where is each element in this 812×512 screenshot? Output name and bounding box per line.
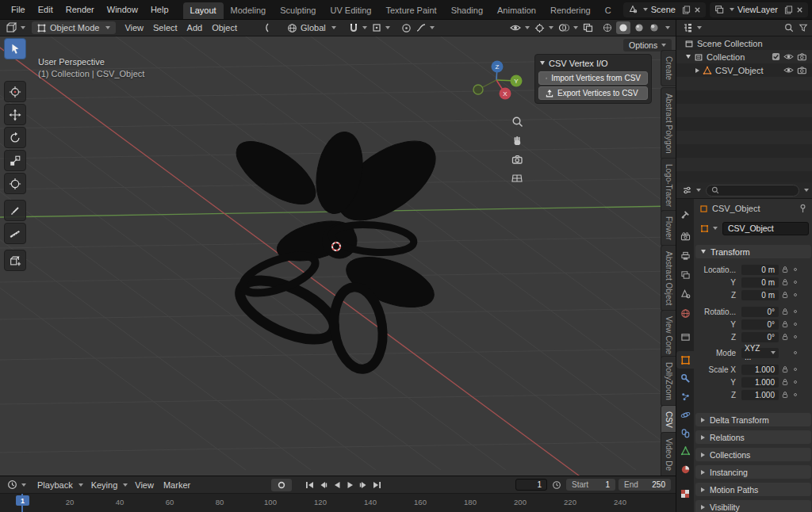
transform-panel-header[interactable]: Transform [695,245,811,258]
hide-eye-icon[interactable] [783,66,794,75]
jump-to-start-button[interactable] [303,479,316,491]
tab-collection[interactable] [676,328,694,346]
outliner-row-csv-object[interactable]: CSV_Object [676,63,812,77]
rotation-mode-select[interactable]: XYZ ... [741,348,779,358]
filter-funnel-icon[interactable] [799,23,808,32]
menu-marker[interactable]: Marker [159,479,195,491]
lock-icon[interactable] [782,266,788,273]
tool-add-cube[interactable] [4,250,26,271]
export-vertices-button[interactable]: Export Vertices to CSV [538,86,648,100]
mode-selector[interactable]: Object Mode [32,21,116,34]
gizmos-toggle[interactable] [532,22,556,34]
sidebar-tab-abstract-polygon[interactable]: Abstract Polygon [661,87,676,160]
scale-y-field[interactable]: 1.000 [741,377,779,388]
tab-scene[interactable] [676,285,694,303]
falloff-selector[interactable] [414,22,437,33]
animate-dot-icon[interactable] [794,281,797,284]
menu-view[interactable]: View [120,21,148,34]
jump-to-end-button[interactable] [370,479,384,491]
tab-tool[interactable] [676,205,694,223]
animate-dot-icon[interactable] [794,323,797,326]
object-id-selector[interactable] [698,224,720,234]
camera-view-button[interactable] [508,151,527,168]
pin-icon[interactable] [799,204,807,213]
import-vertices-button[interactable]: Import Vertices from CSV [538,71,648,85]
lock-icon[interactable] [782,333,788,341]
animate-dot-icon[interactable] [794,293,797,296]
workspace-tab-rendering[interactable]: Rendering [543,2,598,19]
current-frame-field[interactable]: 1 [515,479,547,491]
animate-dot-icon[interactable] [794,380,797,384]
tab-render[interactable] [676,227,694,245]
previous-keyframe-button[interactable] [316,479,330,491]
sidebar-tab-logo-tracer[interactable]: Logo-Tracer [661,158,676,213]
lock-icon[interactable] [782,278,788,286]
tool-scale[interactable] [4,150,26,171]
auto-keying-button[interactable] [271,479,292,491]
workspace-tab-animation[interactable]: Animation [490,2,543,19]
pan-button[interactable] [508,132,527,149]
close-icon[interactable] [694,6,701,13]
rotation-z-field[interactable]: 0° [741,332,779,342]
tool-annotate[interactable] [4,200,26,221]
tab-material[interactable] [676,460,694,478]
tab-object-data[interactable] [676,442,694,460]
panel-motion-paths[interactable]: Motion Paths [695,483,811,496]
tab-world[interactable] [676,304,694,322]
shading-wireframe-button[interactable] [601,21,614,34]
outliner-row-collection[interactable]: Collection [676,50,812,63]
shading-rendered-button[interactable] [648,21,661,34]
shading-material-button[interactable] [633,21,645,34]
rotation-x-field[interactable]: 0° [741,307,779,317]
disclosure-down-icon[interactable] [686,55,691,59]
play-reverse-button[interactable] [330,479,343,491]
tab-output[interactable] [676,247,694,265]
playhead-badge[interactable]: 1 [16,495,29,506]
tool-rotate[interactable] [4,127,26,148]
outliner-row-label[interactable]: CSV_Object [715,66,764,75]
location-y-field[interactable]: 0 m [741,277,779,288]
menu-view[interactable]: View [130,479,159,491]
workspace-tab-sculpting[interactable]: Sculpting [273,2,323,19]
menu-edit[interactable]: Edit [32,2,59,17]
overlays-toggle[interactable] [556,22,580,33]
tool-measure[interactable] [4,223,26,244]
workspace-tab-uv-editing[interactable]: UV Editing [323,2,378,19]
menu-object[interactable]: Object [207,21,242,34]
transform-orientation-selector[interactable]: Global [285,22,339,34]
tab-object[interactable] [676,351,694,369]
view-layer-name[interactable]: ViewLayer [737,5,778,14]
view-layer-icon[interactable] [714,5,724,14]
next-keyframe-button[interactable] [357,479,370,491]
chevron-down-icon[interactable] [730,8,734,11]
lock-icon[interactable] [782,308,788,315]
outliner-row-label[interactable]: Scene Collection [697,39,763,48]
navigation-gizmo[interactable]: Z Y X [473,55,523,105]
sidebar-tab-create[interactable]: Create [661,50,676,86]
rotation-y-field[interactable]: 0° [741,319,779,330]
scale-z-field[interactable]: 1.000 [741,390,779,400]
new-view-layer-icon[interactable] [784,6,793,14]
start-frame-field[interactable]: Start1 [566,479,615,491]
tool-transform[interactable] [4,173,26,194]
workspace-tab-layout[interactable]: Layout [183,2,224,19]
outliner-row-label[interactable]: Collection [707,52,745,62]
lock-icon[interactable] [782,378,788,386]
editor-type-button[interactable] [680,22,704,33]
proportional-editing-toggle[interactable] [399,22,414,34]
animate-dot-icon[interactable] [794,310,797,313]
csv-panel-header[interactable]: CSV Vertex I/O [538,56,648,70]
shading-solid-button[interactable] [616,21,630,34]
editor-type-button[interactable] [680,185,703,196]
editor-type-button[interactable] [3,21,28,34]
snap-toggle[interactable] [347,22,370,34]
breadcrumb-object-name[interactable]: CSV_Object [712,204,760,213]
object-visibility-selector[interactable] [508,22,532,33]
close-icon[interactable] [796,6,803,13]
sidebar-tab-view-cone[interactable]: View Cone [661,310,676,361]
workspace-tab-texture-paint[interactable]: Texture Paint [378,2,443,19]
search-icon[interactable] [784,23,794,32]
tab-modifiers[interactable] [676,369,694,387]
tool-move[interactable] [4,104,26,125]
lock-icon[interactable] [782,391,788,399]
